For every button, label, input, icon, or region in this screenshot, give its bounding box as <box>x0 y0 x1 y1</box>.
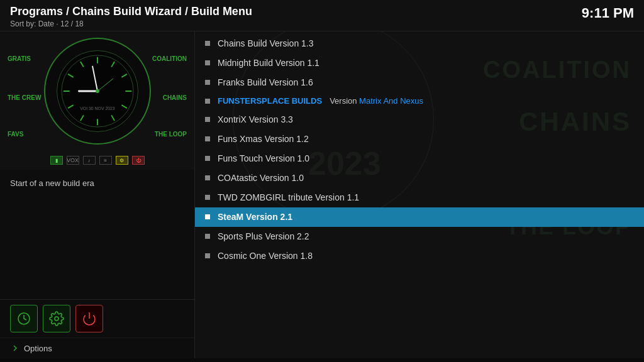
funsters-label: FUNSTERSPLACE BUILDS <box>218 96 322 106</box>
label-the-loop: THE LOOP <box>155 131 187 138</box>
icon-strip: ▮ VOX ♪ ≡ ⚙ ⏻ <box>50 156 145 165</box>
menu-item-9[interactable]: TWD ZOMBGIRL tribute Version 1.1 <box>195 188 644 207</box>
menu-item-1-label: Chains Build Version 1.3 <box>218 38 314 48</box>
icon-settings-y: ⚙ <box>116 156 128 165</box>
icon-eq: ≡ <box>99 156 112 165</box>
power-svg <box>82 311 97 326</box>
label-gratis: GRATIS <box>8 55 31 62</box>
svg-line-6 <box>111 115 114 121</box>
bullet-5 <box>205 117 210 122</box>
menu-item-6-label: Funs Xmas Version 1.2 <box>218 134 309 144</box>
menu-item-10-label: SteaM Version 2.1 <box>218 212 292 222</box>
funsters-version-label: Version <box>330 96 359 106</box>
svg-line-14 <box>92 67 97 91</box>
bullet-6 <box>205 136 210 141</box>
svg-point-16 <box>96 89 99 93</box>
bottom-icons-row <box>0 299 194 337</box>
options-bar[interactable]: Options <box>0 337 194 358</box>
settings-svg-1 <box>49 311 64 326</box>
svg-point-19 <box>55 317 58 321</box>
menu-item-9-label: TWD ZOMBGIRL tribute Version 1.1 <box>218 192 359 202</box>
svg-line-15 <box>97 79 113 91</box>
power-off-icon[interactable] <box>75 305 103 332</box>
menu-item-10-steam[interactable]: SteaM Version 2.1 <box>195 207 644 227</box>
left-panel: GRATIS COALITION THE CREW CHAINS FAVS TH… <box>0 31 195 358</box>
menu-item-12[interactable]: Cosmic One Version 1.8 <box>195 246 644 266</box>
svg-line-11 <box>68 74 74 77</box>
label-favs: FAVS <box>8 131 23 138</box>
funsters-version-value: Matrix And Nexus <box>359 96 423 106</box>
build-wizard-icon[interactable] <box>10 305 38 332</box>
bullet-9 <box>205 195 210 200</box>
options-label: Options <box>24 344 52 353</box>
clock-svg: VOI 30 NOV 2023 <box>57 51 138 131</box>
svg-text:VOI 30 NOV 2023: VOI 30 NOV 2023 <box>80 106 115 111</box>
menu-item-1[interactable]: Chains Build Version 1.3 <box>195 34 644 53</box>
header-left: Programs / Chains Build Wizard / Build M… <box>10 5 252 28</box>
svg-line-12 <box>80 62 83 67</box>
header-right: 9:11 PM <box>582 5 634 21</box>
menu-item-7[interactable]: Funs Touch Version 1.0 <box>195 149 644 168</box>
menu-item-2[interactable]: Midnight Build Version 1.1 <box>195 53 644 73</box>
bullet-10 <box>205 214 210 219</box>
preview-area: GRATIS COALITION THE CREW CHAINS FAVS TH… <box>0 31 194 170</box>
menu-item-6[interactable]: Funs Xmas Version 1.2 <box>195 129 644 149</box>
menu-item-8[interactable]: COAtastic Version 1.0 <box>195 168 644 188</box>
clock-inner: VOI 30 NOV 2023 <box>57 50 138 132</box>
settings-icon-1[interactable] <box>43 305 70 332</box>
svg-line-3 <box>121 74 127 77</box>
menu-item-8-label: COAtastic Version 1.0 <box>218 173 304 183</box>
bullet-8 <box>205 175 210 180</box>
label-chains: CHAINS <box>163 94 187 101</box>
bullet-7 <box>205 156 210 161</box>
bullet-2 <box>205 60 210 65</box>
label-coalition: COALITION <box>152 55 187 62</box>
label-the-crew: THE CREW <box>8 94 41 101</box>
options-icon <box>10 343 20 353</box>
bullet-11 <box>205 234 210 239</box>
header: Programs / Chains Build Wizard / Build M… <box>0 0 644 31</box>
icon-vol: VOX <box>67 156 79 165</box>
menu-item-11-label: Sports Plus Version 2.2 <box>218 231 309 241</box>
icon-power: ⏻ <box>132 156 145 165</box>
spacer <box>0 193 194 299</box>
svg-line-2 <box>111 62 114 67</box>
menu-item-2-label: Midnight Build Version 1.1 <box>218 58 319 68</box>
sort-info: Sort by: Date · 12 / 18 <box>10 19 252 28</box>
main-layout: GRATIS COALITION THE CREW CHAINS FAVS TH… <box>0 31 644 358</box>
svg-line-5 <box>121 105 127 108</box>
svg-line-9 <box>68 105 74 108</box>
menu-item-12-label: Cosmic One Version 1.8 <box>218 251 313 261</box>
menu-item-3-label: Franks Build Version 1.6 <box>218 77 313 87</box>
bullet-1 <box>205 41 210 46</box>
clock-outer: VOI 30 NOV 2023 <box>44 38 151 145</box>
menu-item-11[interactable]: Sports Plus Version 2.2 <box>195 227 644 246</box>
menu-item-5[interactable]: XontriX Version 3.3 <box>195 110 644 129</box>
clock-time: 9:11 PM <box>582 5 634 21</box>
bullet-12 <box>205 253 210 258</box>
menu-item-4-funsters[interactable]: FUNSTERSPLACE BUILDS Version Matrix And … <box>195 92 644 110</box>
icon-music: ♪ <box>83 156 96 165</box>
menu-item-5-label: XontriX Version 3.3 <box>218 114 293 124</box>
description: Start of a new build era <box>0 170 194 193</box>
wizard-svg <box>16 311 31 326</box>
menu-list: Chains Build Version 1.3 Midnight Build … <box>195 31 644 268</box>
menu-item-3[interactable]: Franks Build Version 1.6 <box>195 73 644 92</box>
breadcrumb: Programs / Chains Build Wizard / Build M… <box>10 5 252 18</box>
icon-green: ▮ <box>50 156 63 165</box>
bullet-3 <box>205 80 210 85</box>
svg-line-8 <box>80 115 83 121</box>
right-panel: COALITION CHAINS 2023 THE LOOP Chains Bu… <box>195 31 644 358</box>
menu-item-7-label: Funs Touch Version 1.0 <box>218 153 309 163</box>
bullet-4 <box>205 99 210 104</box>
